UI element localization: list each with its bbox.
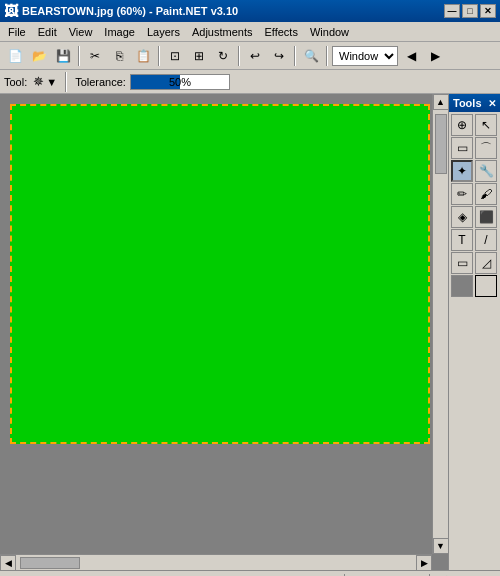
- vscroll-thumb[interactable]: [435, 114, 447, 174]
- canvas-container[interactable]: ◀ ▶ ▲ ▼: [0, 94, 448, 570]
- hscroll-left-btn[interactable]: ◀: [0, 555, 16, 571]
- tool-options-bar: Tool: ✵ ▼ Tolerance: 50%: [0, 70, 500, 94]
- menu-layers[interactable]: Layers: [141, 24, 186, 40]
- color-picker-btn[interactable]: [451, 275, 473, 297]
- cut-button[interactable]: ✂: [84, 45, 106, 67]
- menu-window[interactable]: Window: [304, 24, 355, 40]
- clone-stamp-btn[interactable]: 🔧: [475, 160, 497, 182]
- title-bar: 🖼 BEARSTOWN.jpg (60%) - Paint.NET v3.10 …: [0, 0, 500, 22]
- tools-title: Tools: [453, 97, 482, 109]
- horizontal-scrollbar[interactable]: ◀ ▶: [0, 554, 432, 570]
- title-text: BEARSTOWN.jpg (60%) - Paint.NET v3.10: [22, 5, 238, 17]
- new-button[interactable]: 📄: [4, 45, 26, 67]
- vscroll-up-btn[interactable]: ▲: [433, 94, 449, 110]
- tool-icon: ✵: [33, 74, 44, 89]
- canvas-image[interactable]: [10, 104, 430, 444]
- crop-button[interactable]: ⊡: [164, 45, 186, 67]
- toolbar: 📄 📂 💾 ✂ ⎘ 📋 ⊡ ⊞ ↻ ↩ ↪ 🔍 Window ◀ ▶: [0, 42, 500, 70]
- resize-button[interactable]: ⊞: [188, 45, 210, 67]
- toolbar-sep4: [294, 46, 296, 66]
- shapes-tool-btn[interactable]: ▭: [451, 252, 473, 274]
- hscroll-thumb[interactable]: [20, 557, 80, 569]
- toolbar-sep5: [326, 46, 328, 66]
- toolbar-sep2: [158, 46, 160, 66]
- menu-edit[interactable]: Edit: [32, 24, 63, 40]
- lasso-select-btn[interactable]: ⌒: [475, 137, 497, 159]
- brush-tool-btn[interactable]: 🖌: [475, 183, 497, 205]
- open-button[interactable]: 📂: [28, 45, 50, 67]
- tools-grid: ⊕ ↖ ▭ ⌒ ✦ 🔧 ✏ 🖌 ◈ ⬛ T / ▭ ◿: [449, 112, 500, 299]
- rectangle-select-btn[interactable]: ▭: [451, 137, 473, 159]
- undo-button[interactable]: ↩: [244, 45, 266, 67]
- tolerance-value: 50%: [131, 75, 229, 89]
- line-tool-btn[interactable]: /: [475, 229, 497, 251]
- app-icon: 🖼: [4, 3, 18, 19]
- menu-bar: File Edit View Image Layers Adjustments …: [0, 22, 500, 42]
- menu-image[interactable]: Image: [98, 24, 141, 40]
- menu-effects[interactable]: Effects: [259, 24, 304, 40]
- save-button[interactable]: 💾: [52, 45, 74, 67]
- title-controls: — □ ✕: [444, 4, 496, 18]
- hscroll-right-btn[interactable]: ▶: [416, 555, 432, 571]
- window-select[interactable]: Window: [332, 46, 398, 66]
- menu-view[interactable]: View: [63, 24, 99, 40]
- menu-adjustments[interactable]: Adjustments: [186, 24, 259, 40]
- tool-label: Tool:: [4, 76, 27, 88]
- rotate-cw-button[interactable]: ↻: [212, 45, 234, 67]
- tools-panel-header: Tools ✕: [449, 94, 500, 112]
- vertical-scrollbar[interactable]: ▲ ▼: [432, 94, 448, 554]
- tolerance-progress[interactable]: 50%: [130, 74, 230, 90]
- gradient-tool-btn[interactable]: ◿: [475, 252, 497, 274]
- tool-dropdown-arrow[interactable]: ▼: [46, 76, 57, 88]
- status-bar: Selection top left: 9, 4. Bounding recta…: [0, 570, 500, 576]
- vscroll-down-btn[interactable]: ▼: [433, 538, 449, 554]
- pointer-tool-btn[interactable]: ↖: [475, 114, 497, 136]
- menu-file[interactable]: File: [2, 24, 32, 40]
- toolbar-sep1: [78, 46, 80, 66]
- tool-options-sep: [65, 72, 67, 92]
- zoom-button[interactable]: 🔍: [300, 45, 322, 67]
- zoom-tool-btn[interactable]: ⊕: [451, 114, 473, 136]
- pencil-tool-btn[interactable]: ✏: [451, 183, 473, 205]
- main-area: ◀ ▶ ▲ ▼ Tools ✕ ⊕ ↖ ▭ ⌒ ✦ 🔧 ✏ 🖌 ◈ ⬛ T: [0, 94, 500, 570]
- text-tool-btn[interactable]: T: [451, 229, 473, 251]
- close-button[interactable]: ✕: [480, 4, 496, 18]
- paste-button[interactable]: 📋: [132, 45, 154, 67]
- fill-tool-btn[interactable]: ⬛: [475, 206, 497, 228]
- tools-close-btn[interactable]: ✕: [488, 98, 496, 109]
- title-bar-left: 🖼 BEARSTOWN.jpg (60%) - Paint.NET v3.10: [4, 3, 238, 19]
- redo-button[interactable]: ↪: [268, 45, 290, 67]
- tools-panel: Tools ✕ ⊕ ↖ ▭ ⌒ ✦ 🔧 ✏ 🖌 ◈ ⬛ T / ▭ ◿: [448, 94, 500, 570]
- tolerance-bar: Tolerance: 50%: [75, 74, 230, 90]
- toolbar-sep3: [238, 46, 240, 66]
- minimize-button[interactable]: —: [444, 4, 460, 18]
- magic-wand-btn[interactable]: ✦: [451, 160, 473, 182]
- eraser-tool-btn[interactable]: ◈: [451, 206, 473, 228]
- toolbar-extra1[interactable]: ◀: [400, 45, 422, 67]
- copy-button[interactable]: ⎘: [108, 45, 130, 67]
- color-btn2[interactable]: [475, 275, 497, 297]
- toolbar-extra2[interactable]: ▶: [424, 45, 446, 67]
- maximize-button[interactable]: □: [462, 4, 478, 18]
- tolerance-label: Tolerance:: [75, 76, 126, 88]
- tool-selector[interactable]: ✵ ▼: [33, 74, 57, 89]
